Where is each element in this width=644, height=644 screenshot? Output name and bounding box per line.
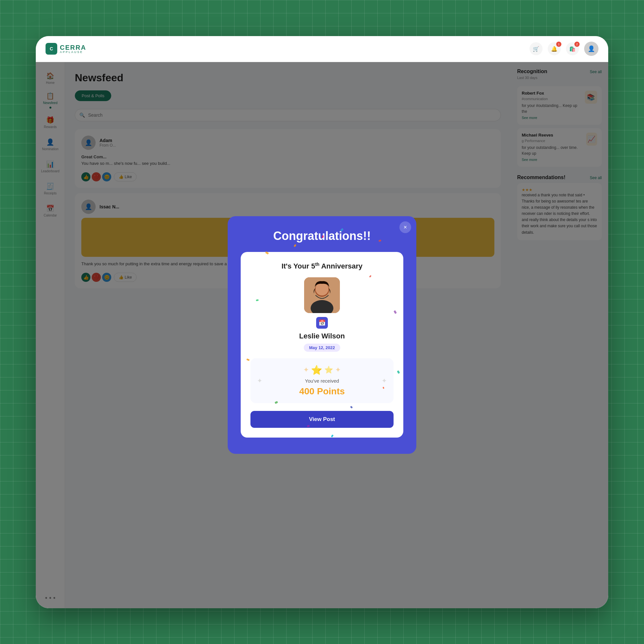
sparkle-right-icon: ✦: [382, 377, 387, 385]
stars-row: ✦ ⭐ ⭐ ✦: [303, 365, 341, 375]
points-box: ✦ ✦ ⭐ ⭐ ✦ You've received 400 Points ✦: [250, 358, 394, 403]
header-right: 🛒 🔔 1 🛍️ 2 👤: [530, 42, 598, 56]
logo-icon: C: [46, 43, 57, 55]
date-badge: May 12, 2022: [304, 344, 340, 352]
person-avatar: [304, 277, 340, 313]
star-half: ⭐: [324, 366, 333, 374]
svg-point-3: [315, 283, 329, 296]
logo-name: CERRA: [60, 44, 86, 51]
device-frame: C CERRA APPLAUSE 🛒 🔔 1 🛍️ 2 👤: [36, 36, 608, 608]
app-header: C CERRA APPLAUSE 🛒 🔔 1 🛍️ 2 👤: [36, 36, 608, 62]
anniversary-title: It's Your 5th Anniversary: [250, 262, 394, 270]
modal-close-button[interactable]: ×: [400, 221, 411, 233]
notification-badge: 1: [556, 42, 561, 47]
points-label: You've received: [305, 378, 339, 384]
sparkle-left-icon: ✦: [257, 377, 262, 385]
cart-badge: 2: [574, 42, 580, 47]
logo-subtitle: APPLAUSE: [60, 51, 86, 54]
notification-button[interactable]: 🔔 1: [548, 42, 561, 55]
points-value: 400 Points: [299, 386, 345, 397]
person-name: Leslie Wilson: [250, 332, 394, 340]
star-outline-right: ✦: [335, 366, 341, 374]
app-body: 🏠 Home 📋 Newsfeed 🎁 Rewards 👤 Nomination…: [36, 62, 608, 608]
congrats-modal: × Congratulations!! It's Your 5th Annive…: [228, 216, 416, 453]
view-post-button[interactable]: View Post: [250, 411, 394, 428]
store-button[interactable]: 🛒: [530, 42, 543, 55]
star-filled: ⭐: [311, 365, 322, 375]
modal-overlay[interactable]: × Congratulations!! It's Your 5th Annive…: [36, 62, 608, 608]
logo-text: CERRA APPLAUSE: [60, 44, 86, 54]
calendar-badge-icon: 📅: [316, 317, 328, 329]
logo-area: C CERRA APPLAUSE: [46, 43, 86, 55]
congrats-title: Congratulations!!: [241, 229, 403, 243]
congrats-card: It's Your 5th Anniversary: [241, 252, 403, 437]
confetti-9: [294, 244, 296, 247]
user-avatar-header[interactable]: 👤: [584, 42, 598, 56]
star-outline-left: ✦: [303, 366, 309, 374]
cart-button[interactable]: 🛍️ 2: [566, 42, 579, 55]
